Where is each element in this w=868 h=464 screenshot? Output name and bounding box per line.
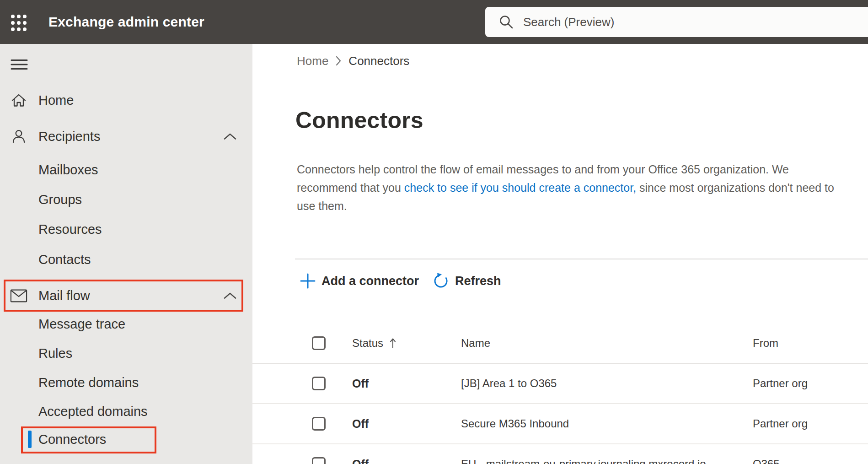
row-checkbox[interactable] bbox=[312, 417, 326, 431]
cell-from: O365 bbox=[753, 458, 780, 464]
cell-status: Off bbox=[352, 458, 369, 464]
left-nav: Home Recipients Mailboxes Groups Reso bbox=[0, 44, 252, 464]
page-title: Connectors bbox=[295, 107, 423, 134]
toolbar-divider bbox=[295, 259, 868, 259]
chevron-up-icon[interactable] bbox=[223, 132, 237, 140]
sidebar-item-label: Contacts bbox=[38, 252, 91, 267]
row-checkbox[interactable] bbox=[312, 457, 326, 464]
exchange-admin-center-window: Exchange admin center bbox=[0, 0, 868, 464]
column-header-status-label: Status bbox=[352, 337, 383, 350]
plus-icon bbox=[300, 273, 316, 289]
sidebar-item-label: Mailboxes bbox=[38, 162, 98, 178]
top-app-bar: Exchange admin center bbox=[0, 0, 868, 44]
person-icon bbox=[10, 128, 27, 145]
sidebar-item-contacts[interactable]: Contacts bbox=[0, 249, 252, 270]
sidebar-item-label: Accepted domains bbox=[38, 404, 148, 419]
sidebar-item-label: Rules bbox=[38, 346, 72, 361]
cell-name[interactable]: EU - mailstream-eu-primary.journaling.mx… bbox=[461, 458, 706, 464]
sidebar-item-remote-domains[interactable]: Remote domains bbox=[0, 372, 252, 393]
app-title: Exchange admin center bbox=[48, 0, 204, 44]
hamburger-icon bbox=[11, 59, 29, 70]
table-header-row: Status Name From bbox=[252, 332, 868, 355]
sidebar-item-label: Resources bbox=[38, 222, 102, 237]
breadcrumb: Home Connectors bbox=[297, 52, 409, 70]
sidebar-item-label: Home bbox=[38, 93, 74, 108]
select-all-checkbox[interactable] bbox=[312, 336, 326, 350]
refresh-icon bbox=[433, 273, 449, 289]
cell-status: Off bbox=[352, 417, 369, 431]
command-bar: Add a connector Refresh bbox=[300, 269, 501, 293]
sidebar-item-label: Recipients bbox=[38, 129, 100, 144]
sidebar-item-connectors[interactable]: Connectors bbox=[0, 429, 252, 449]
waffle-icon bbox=[10, 13, 28, 32]
sidebar-item-rules[interactable]: Rules bbox=[0, 343, 252, 363]
sidebar-item-mail-flow[interactable]: Mail flow bbox=[0, 286, 252, 306]
column-header-status[interactable]: Status bbox=[352, 337, 396, 350]
chevron-up-icon[interactable] bbox=[223, 291, 237, 300]
sidebar-item-label: Mail flow bbox=[38, 288, 90, 303]
sidebar-item-accepted-domains[interactable]: Accepted domains bbox=[0, 401, 252, 421]
sort-ascending-icon bbox=[390, 337, 396, 349]
add-connector-label: Add a connector bbox=[321, 274, 419, 288]
column-header-name[interactable]: Name bbox=[461, 337, 490, 350]
sidebar-item-label: Connectors bbox=[38, 432, 106, 447]
content-area: Home Connectors Connectors Connectors he… bbox=[252, 44, 868, 464]
global-search[interactable] bbox=[485, 7, 868, 37]
sidebar-item-label: Message trace bbox=[38, 317, 125, 332]
sidebar-item-label: Remote domains bbox=[38, 375, 139, 390]
sidebar-item-resources[interactable]: Resources bbox=[0, 219, 252, 239]
sidebar-item-recipients[interactable]: Recipients bbox=[0, 126, 252, 146]
sidebar-item-groups[interactable]: Groups bbox=[0, 189, 252, 210]
breadcrumb-current: Connectors bbox=[348, 54, 409, 68]
add-connector-button[interactable]: Add a connector bbox=[300, 273, 419, 289]
connectors-table-body: Off [JB] Area 1 to O365 Partner org Off … bbox=[252, 363, 868, 464]
app-launcher-button[interactable] bbox=[9, 12, 29, 32]
cell-from: Partner org bbox=[753, 377, 808, 390]
table-row[interactable]: Off EU - mailstream-eu-primary.journalin… bbox=[252, 444, 868, 464]
sidebar-item-message-trace[interactable]: Message trace bbox=[0, 314, 252, 334]
breadcrumb-home-link[interactable]: Home bbox=[297, 54, 328, 68]
refresh-button[interactable]: Refresh bbox=[433, 273, 501, 289]
sidebar-item-mailboxes[interactable]: Mailboxes bbox=[0, 160, 252, 180]
table-row[interactable]: Off Secure M365 Inbound Partner org bbox=[252, 404, 868, 444]
table-row[interactable]: Off [JB] Area 1 to O365 Partner org bbox=[252, 364, 868, 404]
home-icon bbox=[10, 92, 27, 109]
search-icon bbox=[485, 14, 514, 30]
sidebar-item-home[interactable]: Home bbox=[0, 90, 252, 110]
cell-status: Off bbox=[352, 377, 369, 390]
cell-name[interactable]: [JB] Area 1 to O365 bbox=[461, 377, 557, 390]
mail-icon bbox=[10, 287, 27, 304]
cell-from: Partner org bbox=[753, 417, 808, 430]
page-description: Connectors help control the flow of emai… bbox=[297, 160, 848, 215]
sidebar-item-label: Groups bbox=[38, 192, 82, 207]
cell-name[interactable]: Secure M365 Inbound bbox=[461, 417, 569, 430]
column-header-from[interactable]: From bbox=[753, 337, 778, 350]
nav-collapse-button[interactable] bbox=[10, 58, 30, 71]
refresh-label: Refresh bbox=[455, 274, 501, 288]
row-checkbox[interactable] bbox=[312, 377, 326, 390]
create-connector-check-link[interactable]: check to see if you should create a conn… bbox=[404, 181, 636, 194]
chevron-right-icon bbox=[335, 55, 342, 66]
search-input[interactable] bbox=[522, 15, 817, 30]
